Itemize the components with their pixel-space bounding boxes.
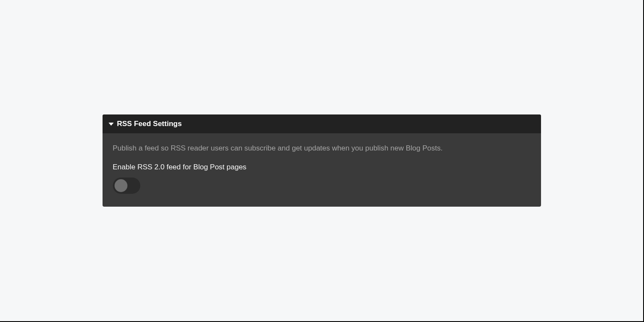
toggle-knob <box>115 179 127 192</box>
rss-feed-settings-panel: RSS Feed Settings Publish a feed so RSS … <box>103 114 541 207</box>
enable-rss-toggle[interactable] <box>113 178 140 194</box>
enable-rss-label: Enable RSS 2.0 feed for Blog Post pages <box>113 163 531 172</box>
panel-body: Publish a feed so RSS reader users can s… <box>103 134 541 207</box>
panel-header[interactable]: RSS Feed Settings <box>103 114 541 134</box>
panel-title: RSS Feed Settings <box>117 120 182 128</box>
chevron-down-icon <box>109 123 114 126</box>
panel-description: Publish a feed so RSS reader users can s… <box>113 144 531 153</box>
